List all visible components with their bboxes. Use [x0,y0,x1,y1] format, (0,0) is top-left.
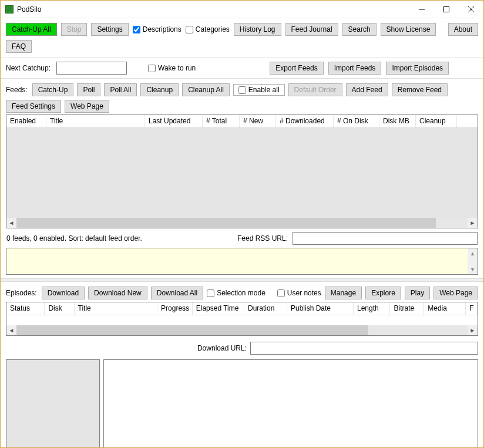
episodes-table[interactable]: StatusDiskTitleProgressElapsed TimeDurat… [6,302,478,336]
column-header[interactable]: # New [240,115,276,127]
descriptions-checkbox[interactable]: Descriptions [133,25,182,33]
settings-button[interactable]: Settings [91,23,128,36]
feeds-label: Feeds: [6,86,29,94]
description-vscrollbar[interactable]: ▲ ▼ [468,248,478,274]
app-title: PodSilo [17,5,409,14]
default-order-button[interactable]: Default Order [288,83,342,96]
stop-button[interactable]: Stop [61,23,88,36]
scroll-down-icon[interactable]: ▼ [468,264,478,274]
column-header[interactable]: F [466,302,478,315]
column-header[interactable]: Length [354,302,391,315]
enable-all-frame: Enable all [233,84,285,96]
cleanup-button[interactable]: Cleanup [140,83,179,96]
column-header[interactable]: Elapsed Time [193,302,244,315]
episodes-label: Episodes: [6,289,38,297]
search-button[interactable]: Search [342,23,377,36]
feed-rss-label: Feed RSS URL: [237,234,288,242]
feeds-table[interactable]: EnabledTitleLast Updated# Total# New# Do… [6,114,478,228]
feeds-status-row: 0 feeds, 0 enabled. Sort: default feed o… [6,228,478,248]
column-header[interactable]: Enabled [6,115,46,127]
scroll-left-icon[interactable]: ◄ [6,325,16,335]
episodes-hscrollbar[interactable]: ◄ ► [6,325,478,335]
selection-mode-checkbox[interactable]: Selection mode [207,289,265,297]
column-header[interactable]: Status [6,302,45,315]
remove-feed-button[interactable]: Remove Feed [392,83,448,96]
scroll-left-icon[interactable]: ◄ [6,218,16,228]
manage-button[interactable]: Manage [325,287,362,299]
episodes-table-header: StatusDiskTitleProgressElapsed TimeDurat… [6,302,478,315]
minimize-button[interactable] [409,1,434,18]
secondary-toolbar: Next Catchup: Wake to run Export Feeds I… [1,58,483,79]
add-feed-button[interactable]: Add Feed [346,83,388,96]
catchup-all-button[interactable]: Catch-Up All [6,23,57,36]
feeds-table-header: EnabledTitleLast Updated# Total# New# Do… [6,115,478,128]
column-header[interactable]: # On Disk [334,115,379,127]
download-url-row: Download URL: [1,336,483,357]
cleanup-all-button[interactable]: Cleanup All [182,83,230,96]
show-license-button[interactable]: Show License [381,23,436,36]
download-button[interactable]: Download [42,287,85,299]
svg-line-3 [468,6,474,12]
import-feeds-button[interactable]: Import Feeds [328,62,382,75]
export-feeds-button[interactable]: Export Feeds [270,62,323,75]
svg-rect-1 [444,6,449,12]
column-header[interactable]: Bitrate [390,302,424,315]
feeds-status-text: 0 feeds, 0 enabled. Sort: default feed o… [6,234,142,242]
scroll-right-icon[interactable]: ► [468,325,478,335]
column-header[interactable]: Last Updated [145,115,203,127]
poll-button[interactable]: Poll [77,83,100,96]
maximize-button[interactable] [434,1,459,18]
feed-journal-button[interactable]: Feed Journal [285,23,338,36]
close-button[interactable] [459,1,483,18]
next-catchup-label: Next Catchup: [6,64,52,72]
column-header[interactable]: Duration [244,302,287,315]
download-url-input[interactable] [250,342,478,355]
feed-settings-button[interactable]: Feed Settings [6,100,61,113]
column-header[interactable]: Media [424,302,466,315]
column-header[interactable]: Progress [157,302,193,315]
explore-button[interactable]: Explore [365,287,401,299]
titlebar: PodSilo [1,1,483,18]
main-toolbar: Catch-Up All Stop Settings Descriptions … [1,18,483,58]
feed-catchup-button[interactable]: Catch-Up [32,83,74,96]
column-header[interactable]: # Total [203,115,240,127]
artwork-pane [6,359,100,448]
enable-all-checkbox[interactable]: Enable all [238,86,280,94]
column-header[interactable]: Disk MB [379,115,416,127]
download-new-button[interactable]: Download New [88,287,147,299]
feed-web-page-button[interactable]: Web Page [65,100,109,113]
episode-web-page-button[interactable]: Web Page [433,287,478,299]
description-area[interactable]: ▲ ▼ [6,248,478,275]
column-header[interactable]: Title [75,302,158,315]
feeds-toolbar: Feeds: Catch-Up Poll Poll All Cleanup Cl… [6,83,478,113]
notes-pane[interactable] [103,359,478,448]
scroll-right-icon[interactable]: ► [468,218,478,228]
column-header[interactable]: Publish Date [287,302,354,315]
wake-to-run-checkbox[interactable]: Wake to run [148,64,196,72]
user-notes-checkbox[interactable]: User notes [277,289,321,297]
faq-button[interactable]: FAQ [6,40,32,53]
feed-rss-input[interactable] [293,232,478,245]
poll-all-button[interactable]: Poll All [104,83,137,96]
next-catchup-input[interactable] [56,62,127,75]
download-url-label: Download URL: [197,344,247,352]
column-header[interactable]: Title [46,115,145,127]
column-header[interactable]: Cleanup [416,115,457,127]
svg-line-2 [468,6,474,12]
column-header[interactable]: # Downloaded [276,115,334,127]
scroll-up-icon[interactable]: ▲ [468,248,478,258]
column-header[interactable]: Disk [45,302,74,315]
episodes-toolbar: Episodes: Download Download New Download… [1,282,483,302]
import-episodes-button[interactable]: Import Episodes [386,62,449,75]
about-button[interactable]: About [448,23,478,36]
feeds-hscrollbar[interactable]: ◄ ► [6,218,478,228]
bottom-panes [1,357,483,448]
app-icon [5,5,14,14]
categories-checkbox[interactable]: Categories [186,25,230,33]
play-button[interactable]: Play [405,287,430,299]
history-log-button[interactable]: History Log [234,23,281,36]
download-all-button[interactable]: Download All [151,287,203,299]
